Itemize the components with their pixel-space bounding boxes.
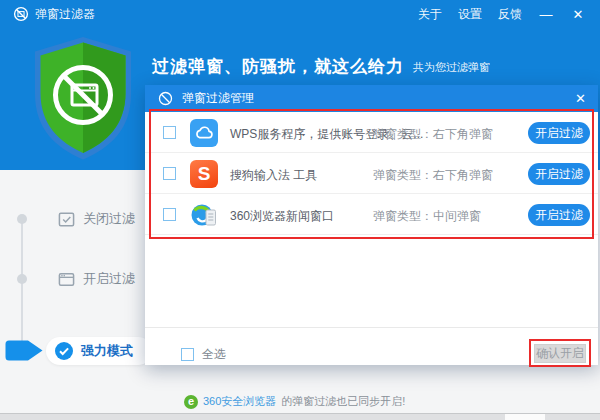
hero-headline: 过滤弹窗、防骚扰，就这么给力 <box>152 55 404 78</box>
sync-status-row: e 360安全浏览器 的弹窗过滤也已同步开启! <box>184 394 405 409</box>
sidebar-item-open-filter[interactable]: 开启过滤 <box>58 270 135 288</box>
item-popup-type: 弹窗类型：右下角弹窗 <box>373 167 493 184</box>
sync-status-text: 的弹窗过滤也已同步开启! <box>281 394 405 409</box>
item-checkbox[interactable] <box>163 167 176 180</box>
close-button[interactable]: ✕ <box>570 7 586 22</box>
sidebar-item-label[interactable]: 开启过滤 <box>83 270 135 288</box>
dialog-close-icon[interactable]: ✕ <box>575 85 586 112</box>
footer-divider <box>145 327 598 328</box>
popup-filter-app-window: 过滤弹窗、防骚扰，就这么给力 共为您过滤弹窗 弹窗过滤器 关于 设置 反馈 — … <box>0 0 600 420</box>
item-popup-type: 弹窗类型：中间弹窗 <box>373 208 481 225</box>
item-name: 360浏览器新闻窗口 <box>230 208 334 225</box>
dialog-title: 弹窗过滤管理 <box>182 90 254 107</box>
no-popup-icon <box>158 91 173 106</box>
sidebar-item-strong-mode[interactable]: 强力模式 <box>46 337 152 365</box>
360-safe-browser-icon: e <box>184 395 198 409</box>
minimize-button[interactable]: — <box>538 7 554 22</box>
list-item-wps: WPS服务程序，提供账号登录、云... 弹窗类型：右下角弹窗 开启过滤 <box>145 112 598 153</box>
popup-filter-manage-dialog: 弹窗过滤管理 ✕ WPS服务程序，提供账号登录、云... 弹窗类型：右下角弹窗 … <box>145 85 598 365</box>
window-bottom-edge <box>0 413 600 420</box>
menu-about[interactable]: 关于 <box>418 6 442 23</box>
timeline-dot <box>17 274 27 284</box>
active-mode-arrow <box>5 340 43 361</box>
bottom-edge-highlight <box>505 414 545 420</box>
enable-filter-button[interactable]: 开启过滤 <box>528 122 590 144</box>
list-item-360-browser: 360浏览器新闻窗口 弹窗类型：中间弹窗 开启过滤 <box>145 194 598 235</box>
titlebar: 弹窗过滤器 关于 设置 反馈 — ✕ <box>0 0 600 28</box>
list-item-sogou: S 搜狗输入法 工具 弹窗类型：右下角弹窗 开启过滤 <box>145 153 598 194</box>
sidebar-timeline <box>21 219 23 350</box>
enable-filter-button[interactable]: 开启过滤 <box>528 163 590 185</box>
dialog-header: 弹窗过滤管理 ✕ <box>145 85 598 112</box>
select-all-checkbox[interactable] <box>181 348 194 361</box>
sidebar-item-label[interactable]: 关闭过滤 <box>83 210 135 228</box>
timeline-dot <box>17 214 27 224</box>
item-checkbox[interactable] <box>163 126 176 139</box>
popup-source-list: WPS服务程序，提供账号登录、云... 弹窗类型：右下角弹窗 开启过滤 S 搜狗… <box>145 112 598 235</box>
app-logo-icon <box>13 6 29 22</box>
sidebar-item-label[interactable]: 强力模式 <box>81 342 133 360</box>
360-browser-icon <box>190 201 218 229</box>
sidebar-item-close-filter[interactable]: 关闭过滤 <box>58 210 135 228</box>
select-all-control[interactable]: 全选 <box>181 346 226 363</box>
window-icon <box>58 271 75 288</box>
menu-feedback[interactable]: 反馈 <box>498 6 522 23</box>
window-check-icon <box>58 211 75 228</box>
hero-filter-count-text: 共为您过滤弹窗 <box>413 60 490 75</box>
enable-filter-button[interactable]: 开启过滤 <box>528 204 590 226</box>
item-checkbox[interactable] <box>163 208 176 221</box>
check-circle-icon <box>55 342 73 360</box>
item-popup-type: 弹窗类型：右下角弹窗 <box>373 126 493 143</box>
menu-settings[interactable]: 设置 <box>458 6 482 23</box>
sogou-s-icon: S <box>190 160 218 188</box>
wps-cloud-icon <box>190 119 218 147</box>
app-title: 弹窗过滤器 <box>35 6 95 23</box>
confirm-enable-button[interactable]: 确认开启 <box>534 344 586 363</box>
item-name: 搜狗输入法 工具 <box>230 167 317 184</box>
browser-name-link[interactable]: 360安全浏览器 <box>203 394 276 409</box>
shield-logo-icon <box>33 36 133 160</box>
select-all-label: 全选 <box>202 346 226 363</box>
